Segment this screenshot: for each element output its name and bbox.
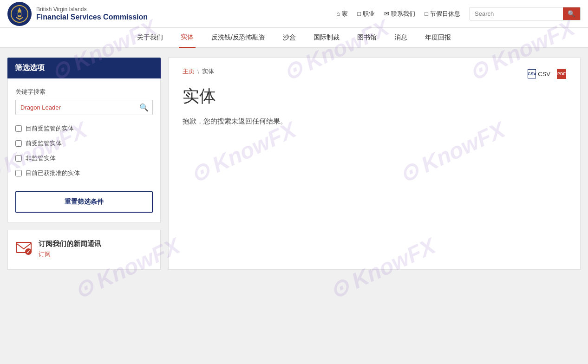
search-icon: 🔍 — [568, 10, 575, 17]
checkbox-regulated[interactable]: 目前受监管的实体 — [15, 124, 153, 133]
sidebar: 筛选选项 关键字搜索 🔍 目前受监管的实体 前受监管实体 — [7, 58, 161, 270]
logo-icon — [7, 2, 32, 26]
checkbox-formerly-regulated[interactable]: 前受监管实体 — [15, 139, 153, 148]
keyword-label: 关键字搜索 — [15, 88, 153, 96]
header-search-input[interactable] — [470, 7, 563, 20]
filter-header: 筛选选项 — [7, 58, 161, 78]
filter-body: 关键字搜索 🔍 目前受监管的实体 前受监管实体 非监管实体 — [7, 78, 161, 222]
nav-contact-link[interactable]: ✉ 联系我们 — [384, 10, 415, 18]
no-results-message: 抱歉，您的搜索未返回任何结果。 — [183, 117, 566, 126]
nav-sanctions[interactable]: 国际制裁 — [312, 27, 341, 48]
nav-sandbox[interactable]: 沙盒 — [281, 27, 298, 48]
checkbox-formerly-regulated-input[interactable] — [15, 140, 22, 147]
top-bar: British Virgin Islands Financial Service… — [0, 0, 588, 28]
keyword-search-box: 🔍 — [15, 100, 153, 115]
content-top-actions: CSV CSV PDF — [525, 67, 566, 80]
top-right: ⌂ 家 □ 职业 ✉ 联系我们 □ 节假日休息 🔍 — [336, 7, 581, 20]
holiday-icon: □ — [425, 10, 428, 17]
top-links: ⌂ 家 □ 职业 ✉ 联系我们 □ 节假日休息 — [336, 10, 460, 18]
nav-news[interactable]: 消息 — [392, 27, 409, 48]
svg-text:✓: ✓ — [26, 249, 30, 254]
search-icon-small: 🔍 — [139, 104, 149, 111]
career-icon: □ — [357, 10, 361, 17]
org-line1: British Virgin Islands — [36, 6, 148, 13]
nav-career-link[interactable]: □ 职业 — [357, 10, 375, 18]
logo-area: British Virgin Islands Financial Service… — [7, 2, 148, 26]
newsletter-subscribe-link[interactable]: 订阅 — [39, 251, 51, 258]
newsletter-icon: ✓ — [15, 240, 32, 260]
breadcrumb-home[interactable]: 主页 — [183, 67, 195, 76]
nav-annual[interactable]: 年度回报 — [423, 27, 453, 48]
org-line2: Financial Services Commission — [36, 13, 148, 21]
newsletter-title: 订阅我们的新闻通讯 — [39, 240, 101, 248]
nav-holiday-link[interactable]: □ 节假日休息 — [425, 10, 460, 18]
csv-icon: CSV — [528, 69, 536, 78]
checkbox-approved[interactable]: 目前已获批准的实体 — [15, 169, 153, 177]
checkbox-group: 目前受监管的实体 前受监管实体 非监管实体 目前已获批准的实体 — [15, 124, 153, 177]
nav-library[interactable]: 图书馆 — [355, 27, 379, 48]
breadcrumb-separator: \ — [197, 68, 199, 75]
main-layout: 筛选选项 关键字搜索 🔍 目前受监管的实体 前受监管实体 — [0, 48, 588, 279]
newsletter-box: ✓ 订阅我们的新闻通讯 订阅 — [7, 230, 161, 270]
nav-about[interactable]: 关于我们 — [135, 27, 165, 48]
content-area: 主页 \ 实体 CSV CSV PDF 实体 抱歉，您的搜索未返回任何结果。 — [168, 58, 581, 270]
breadcrumb-current: 实体 — [202, 67, 214, 76]
keyword-search-button[interactable]: 🔍 — [136, 100, 152, 115]
csv-download-button[interactable]: CSV CSV — [525, 67, 553, 80]
contact-icon: ✉ — [384, 10, 389, 17]
checkbox-non-regulated[interactable]: 非监管实体 — [15, 154, 153, 162]
newsletter-content: 订阅我们的新闻通讯 订阅 — [39, 240, 101, 259]
nav-bar: 关于我们 实体 反洗钱/反恐怖融资 沙盒 国际制裁 图书馆 消息 年度回报 — [0, 28, 588, 48]
header-search-box: 🔍 — [470, 7, 581, 20]
checkbox-regulated-input[interactable] — [15, 125, 22, 132]
pdf-icon: PDF — [557, 72, 566, 76]
keyword-search-input[interactable] — [16, 100, 136, 115]
reset-filter-button[interactable]: 重置筛选条件 — [15, 191, 153, 213]
page-title: 实体 — [183, 85, 566, 108]
pdf-download-button[interactable]: PDF — [557, 69, 566, 79]
svg-point-4 — [18, 12, 21, 16]
breadcrumb: 主页 \ 实体 — [183, 67, 214, 76]
nav-home-link[interactable]: ⌂ 家 — [336, 10, 348, 18]
header-search-button[interactable]: 🔍 — [563, 7, 580, 20]
nav-aml[interactable]: 反洗钱/反恐怖融资 — [209, 27, 267, 48]
checkbox-non-regulated-input[interactable] — [15, 155, 22, 162]
nav-entity[interactable]: 实体 — [179, 27, 196, 48]
checkbox-approved-input[interactable] — [15, 170, 22, 176]
logo-text: British Virgin Islands Financial Service… — [36, 6, 148, 22]
home-icon: ⌂ — [336, 10, 340, 17]
